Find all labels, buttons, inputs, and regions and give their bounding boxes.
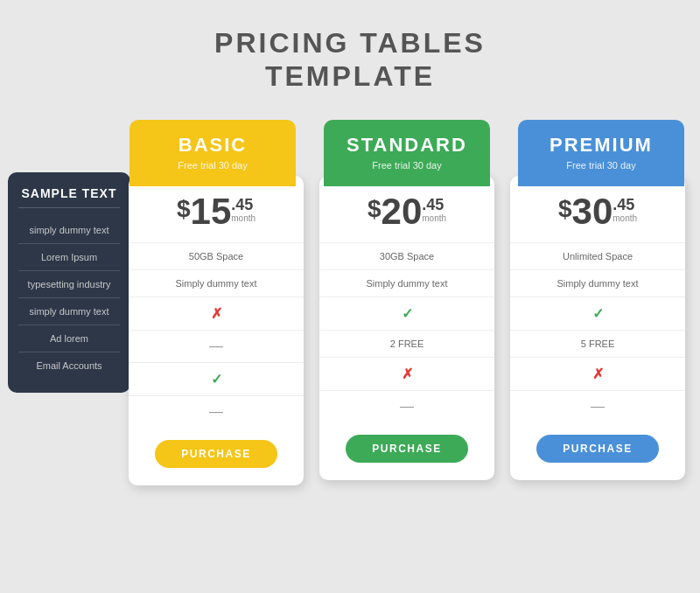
feature-standard-3: ✓ (319, 297, 494, 331)
page-title: PRICING TABLES TEMPLATE (214, 26, 486, 94)
feature-premium-4: 5 FREE (510, 331, 685, 358)
plan-premium-period: month (612, 214, 637, 223)
feature-standard-6: — (319, 391, 494, 422)
plan-premium-amount: 30 (572, 193, 613, 230)
dash-icon: — (209, 338, 223, 353)
sidebar-row-6: Email Accounts (18, 352, 120, 379)
plan-premium-dollar: $ (558, 197, 572, 221)
sidebar-row-4: simply dummy text (18, 298, 120, 325)
check-icon-p: ✓ (592, 306, 604, 321)
plan-basic-header: BASIC Free trial 30 day (130, 120, 296, 186)
plan-premium-body: $ 30 .45 month Unlimited Space Simply du… (510, 176, 685, 480)
feature-standard-5: ✗ (319, 358, 494, 391)
sidebar-row-1: simply dummy text (18, 217, 120, 244)
plan-standard-button-area: PURCHASE (319, 422, 494, 466)
title-line1: PRICING TABLES (214, 27, 486, 59)
feature-standard-1: 30GB Space (319, 243, 494, 270)
plan-basic-trial: Free trial 30 day (147, 160, 278, 171)
plan-standard-dollar: $ (368, 197, 382, 221)
feature-basic-4: — (129, 331, 304, 363)
cross-icon-p: ✗ (592, 366, 604, 381)
plan-basic-amount: 15 (191, 193, 232, 230)
plan-premium-name: PREMIUM (536, 134, 667, 157)
feature-premium-5: ✗ (510, 358, 685, 391)
check-icon: ✓ (211, 372, 222, 387)
plan-basic-name: BASIC (147, 134, 278, 157)
feature-premium-6: — (510, 391, 685, 422)
plan-basic-button-area: PURCHASE (129, 428, 304, 471)
feature-premium-1: Unlimited Space (510, 243, 685, 270)
feature-premium-3: ✓ (510, 297, 685, 331)
plan-basic-cents: .45 (231, 197, 253, 214)
plan-basic-purchase-button[interactable]: PURCHASE (155, 440, 276, 468)
pricing-wrapper: SAMPLE TEXT simply dummy text Lorem Ipsu… (8, 120, 692, 485)
sidebar: SAMPLE TEXT simply dummy text Lorem Ipsu… (8, 172, 130, 393)
plan-standard-features: 30GB Space Simply dummy text ✓ 2 FREE ✗ … (319, 243, 494, 422)
plan-standard-amount: 20 (382, 193, 423, 230)
plan-basic-dollar: $ (177, 197, 191, 221)
sidebar-title: SAMPLE TEXT (18, 186, 120, 208)
plan-premium-cents: .45 (612, 197, 634, 214)
plan-basic: BASIC Free trial 30 day $ 15 .45 month 5… (122, 120, 304, 485)
sidebar-row-3: typesetting industry (18, 271, 120, 298)
plan-standard-period: month (422, 214, 446, 223)
title-line2: TEMPLATE (265, 60, 435, 92)
dash-icon-s: — (400, 399, 414, 414)
plan-standard-trial: Free trial 30 day (341, 160, 472, 171)
plan-standard-purchase-button[interactable]: PURCHASE (346, 435, 467, 463)
cross-icon-s: ✗ (402, 366, 413, 381)
dash-icon-p: — (591, 399, 605, 414)
feature-standard-2: Simply dummy text (319, 270, 494, 297)
feature-standard-4: 2 FREE (319, 331, 494, 358)
plan-basic-period: month (231, 214, 256, 223)
plan-standard-cents: .45 (422, 197, 444, 214)
cross-icon: ✗ (211, 306, 222, 321)
feature-basic-2: Simply dummy text (129, 270, 304, 297)
sidebar-row-5: Ad lorem (18, 325, 120, 352)
feature-basic-5: ✓ (129, 363, 304, 396)
plan-standard: STANDARD Free trial 30 day $ 20 .45 mont… (319, 120, 494, 480)
feature-basic-6: — (129, 396, 304, 428)
plan-premium-header: PREMIUM Free trial 30 day (518, 120, 684, 186)
plan-basic-body: $ 15 .45 month 50GB Space Simply dummy t… (129, 176, 304, 485)
feature-basic-1: 50GB Space (129, 243, 304, 270)
plan-premium-features: Unlimited Space Simply dummy text ✓ 5 FR… (510, 243, 685, 422)
plan-premium-purchase-button[interactable]: PURCHASE (536, 435, 658, 463)
plan-standard-header: STANDARD Free trial 30 day (324, 120, 490, 186)
dash-icon2: — (209, 404, 223, 419)
sidebar-row-2: Lorem Ipsum (18, 244, 120, 271)
plan-premium: PREMIUM Free trial 30 day $ 30 .45 month (510, 120, 692, 480)
plan-basic-features: 50GB Space Simply dummy text ✗ — ✓ — (129, 243, 304, 428)
feature-basic-3: ✗ (129, 297, 304, 331)
cards-container: BASIC Free trial 30 day $ 15 .45 month 5… (122, 120, 692, 485)
plan-premium-trial: Free trial 30 day (536, 160, 667, 171)
check-icon-s: ✓ (402, 306, 413, 321)
plan-premium-button-area: PURCHASE (510, 422, 685, 466)
plan-standard-body: $ 20 .45 month 30GB Space Simply dummy t… (319, 176, 494, 480)
plan-standard-name: STANDARD (341, 134, 472, 157)
feature-premium-2: Simply dummy text (510, 270, 685, 297)
